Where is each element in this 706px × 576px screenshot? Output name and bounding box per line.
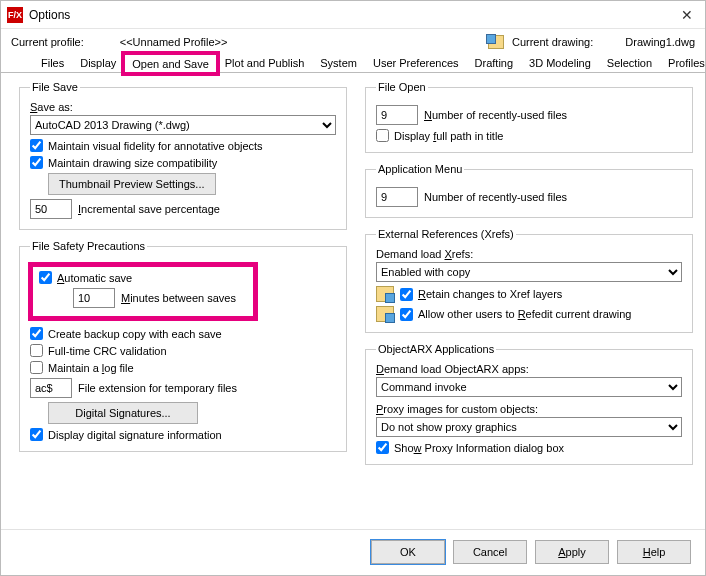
demand-load-xrefs-select[interactable]: Enabled with copy — [376, 262, 682, 282]
group-application-menu: Application Menu Number of recently-used… — [365, 163, 693, 218]
legend-xrefs: External References (Xrefs) — [376, 228, 516, 240]
close-button[interactable]: ✕ — [675, 3, 699, 27]
demand-load-xrefs-label: Demand load Xrefs: — [376, 248, 682, 260]
recent-files-menu-label: Number of recently-used files — [424, 191, 567, 203]
full-path-checkbox[interactable]: Display full path in title — [376, 129, 503, 142]
tab-plot-publish[interactable]: Plot and Publish — [217, 53, 313, 72]
proxy-images-label: Proxy images for custom objects: — [376, 403, 682, 415]
tab-display[interactable]: Display — [72, 53, 124, 72]
group-file-safety: File Safety Precautions Automatic save M… — [19, 240, 347, 452]
temp-ext-label: File extension for temporary files — [78, 382, 237, 394]
thumbnail-preview-button[interactable]: Thumbnail Preview Settings... — [48, 173, 216, 195]
xref-icon-2 — [376, 306, 394, 322]
recent-files-open-input[interactable] — [376, 105, 418, 125]
automatic-save-checkbox[interactable]: Automatic save — [39, 271, 247, 284]
autosave-minutes-input[interactable] — [73, 288, 115, 308]
legend-file-save: File Save — [30, 81, 80, 93]
demand-load-arx-select[interactable]: Command invoke — [376, 377, 682, 397]
autosave-highlight: Automatic save Minutes between saves — [28, 262, 258, 321]
maintain-visual-checkbox[interactable]: Maintain visual fidelity for annotative … — [30, 139, 263, 152]
autosave-minutes-label: Minutes between saves — [121, 292, 236, 304]
current-drawing-label: Current drawing: — [512, 36, 593, 48]
incremental-save-input[interactable] — [30, 199, 72, 219]
group-file-open: File Open Number of recently-used files … — [365, 81, 693, 153]
tab-open-and-save[interactable]: Open and Save — [124, 54, 216, 73]
tab-user-preferences[interactable]: User Preferences — [365, 53, 467, 72]
save-as-label: Save as: — [30, 101, 336, 113]
profile-row: Current profile: <<Unnamed Profile>> Cur… — [1, 29, 705, 51]
recent-files-open-label: Number of recently-used files — [424, 109, 567, 121]
incremental-save-label: Incremental save percentage — [78, 203, 220, 215]
cancel-button[interactable]: Cancel — [453, 540, 527, 564]
tab-3d-modeling[interactable]: 3D Modeling — [521, 53, 599, 72]
current-drawing-name: Drawing1.dwg — [625, 36, 695, 48]
create-backup-checkbox[interactable]: Create backup copy with each save — [30, 327, 222, 340]
group-objectarx: ObjectARX Applications Demand load Objec… — [365, 343, 693, 465]
recent-files-menu-input[interactable] — [376, 187, 418, 207]
display-signature-checkbox[interactable]: Display digital signature information — [30, 428, 222, 441]
tab-profiles[interactable]: Profiles — [660, 53, 706, 72]
current-profile-name: <<Unnamed Profile>> — [120, 36, 228, 48]
ok-button[interactable]: OK — [371, 540, 445, 564]
group-xrefs: External References (Xrefs) Demand load … — [365, 228, 693, 333]
app-icon: F/X — [7, 7, 23, 23]
maintain-log-checkbox[interactable]: Maintain a log file — [30, 361, 134, 374]
dialog-footer: OK Cancel Apply Help — [1, 529, 705, 574]
legend-objectarx: ObjectARX Applications — [376, 343, 496, 355]
tab-files[interactable]: Files — [33, 53, 72, 72]
titlebar: F/X Options ✕ — [1, 1, 705, 29]
legend-application-menu: Application Menu — [376, 163, 464, 175]
save-as-select[interactable]: AutoCAD 2013 Drawing (*.dwg) — [30, 115, 336, 135]
temp-ext-input[interactable] — [30, 378, 72, 398]
allow-refedit-checkbox[interactable]: Allow other users to Refedit current dra… — [400, 308, 631, 321]
current-profile-label: Current profile: — [11, 36, 84, 48]
proxy-images-select[interactable]: Do not show proxy graphics — [376, 417, 682, 437]
legend-file-safety: File Safety Precautions — [30, 240, 147, 252]
tab-system[interactable]: System — [312, 53, 365, 72]
group-file-save: File Save Save as: AutoCAD 2013 Drawing … — [19, 81, 347, 230]
window-title: Options — [29, 8, 675, 22]
digital-signatures-button[interactable]: Digital Signatures... — [48, 402, 198, 424]
legend-file-open: File Open — [376, 81, 428, 93]
show-proxy-dialog-checkbox[interactable]: Show Proxy Information dialog box — [376, 441, 564, 454]
tab-selection[interactable]: Selection — [599, 53, 660, 72]
demand-load-arx-label: Demand load ObjectARX apps: — [376, 363, 682, 375]
crc-validation-checkbox[interactable]: Full-time CRC validation — [30, 344, 167, 357]
apply-button[interactable]: Apply — [535, 540, 609, 564]
drawing-icon — [488, 35, 504, 49]
help-button[interactable]: Help — [617, 540, 691, 564]
tab-drafting[interactable]: Drafting — [467, 53, 522, 72]
xref-icon — [376, 286, 394, 302]
retain-xref-layers-checkbox[interactable]: Retain changes to Xref layers — [400, 288, 562, 301]
maintain-size-checkbox[interactable]: Maintain drawing size compatibility — [30, 156, 217, 169]
tab-strip: Files Display Open and Save Plot and Pub… — [1, 51, 705, 73]
